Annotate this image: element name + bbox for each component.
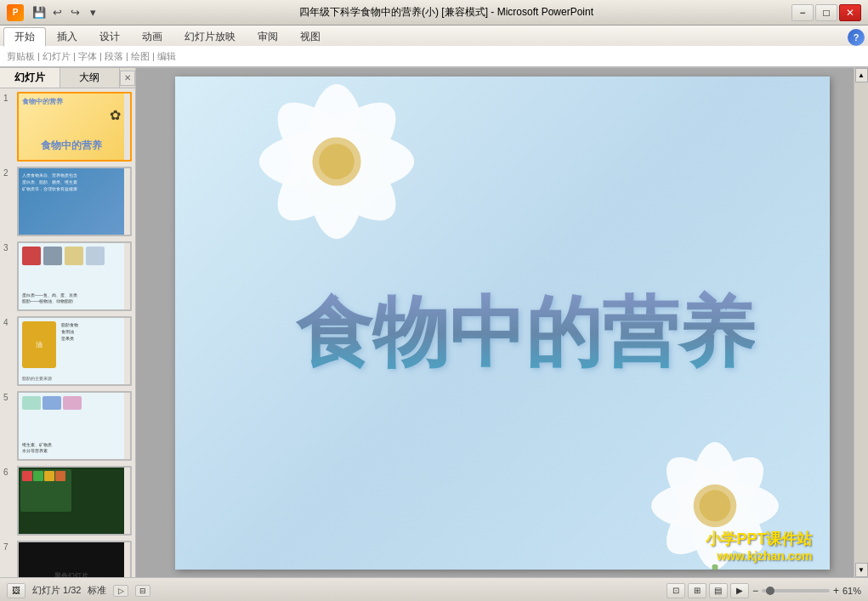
view-buttons: ⊡ ⊞ ▤ ▶ [667,583,749,598]
slide-thumb-1[interactable]: 1 食物中的营养 ✿ 食物中的营养 [3,92,132,162]
tab-animation[interactable]: 动画 [131,27,173,46]
flower-bottom-right [617,408,813,570]
tab-insert[interactable]: 插入 [46,27,88,46]
vertical-scrollbar[interactable]: ▲ ▼ [854,68,868,577]
zoom-slider[interactable] [762,589,830,592]
ribbon: 开始 插入 设计 动画 幻灯片放映 审阅 视图 ? 剪贴板 | 幻灯片 | 字体… [0,26,868,68]
scroll-up-button[interactable]: ▲ [855,68,868,82]
reading-view-button[interactable]: ▤ [709,583,728,598]
slide-1[interactable]: 食物中的营养 ✿ 食物中的营养 [17,92,132,162]
sidebar-close-button[interactable]: ✕ [120,71,135,86]
window-controls: − □ ✕ [791,4,861,21]
slideshow-button[interactable]: ▶ [730,583,749,598]
zoom-out-icon[interactable]: − [752,585,758,597]
slide-4[interactable]: 油 脂肪食物食用油坚果类 脂肪的主要来源 [17,316,132,386]
slide-2[interactable]: 人类食物来自、营养物质包含 蛋白质、脂肪、糖类、维生素 矿物质等，合理饮食有益健… [17,167,132,236]
undo-button[interactable]: ↩ [48,4,65,21]
tab-slides[interactable]: 幻灯片 [0,68,60,88]
slide-thumb-7[interactable]: 7 黑色幻灯片 [3,541,132,577]
tab-design[interactable]: 设计 [88,27,131,46]
normal-view-button[interactable]: ⊡ [667,583,685,598]
view-btn[interactable]: ⊟ [135,585,150,597]
zoom-in-icon[interactable]: + [833,585,839,597]
maximize-button[interactable]: □ [815,4,837,21]
tab-start[interactable]: 开始 [3,27,46,47]
titlebar: P 💾 ↩ ↪ ▾ 四年级下科学食物中的营养(小) [兼容模式] - Micro… [0,0,868,26]
scroll-track[interactable] [855,82,868,563]
zoom-thumb [766,587,774,595]
slide-sorter-button[interactable]: ⊞ [688,583,706,598]
statusbar-left: 🖼 幻灯片 1/32 标准 ▷ ⊟ [7,583,150,598]
zoom-control: − + 61% [752,585,861,597]
zoom-level: 61% [842,586,861,596]
window-title: 四年级下科学食物中的营养(小) [兼容模式] - Microsoft Power… [101,5,791,20]
slide-thumb-3[interactable]: 3 蛋白质——鱼、肉、蛋、豆类 脂肪——植物油、动物脂肪 [3,241,132,311]
scroll-down-button[interactable]: ▼ [855,563,868,577]
slide-6[interactable] [17,466,132,536]
slide-thumb-2[interactable]: 2 人类食物来自、营养物质包含 蛋白质、脂肪、糖类、维生素 矿物质等，合理饮食有… [3,167,132,236]
sidebar: 幻灯片 大纲 ✕ 1 食物中的营养 ✿ 食物中的营养 2 [0,68,136,577]
svg-point-19 [699,490,730,521]
theme-label: 标准 [88,584,106,597]
tab-view[interactable]: 视图 [289,27,332,46]
slide-thumb-5[interactable]: 5 维生素、矿物质水分等营养素 [3,391,132,461]
slide-thumb-6[interactable]: 6 [3,466,132,536]
tab-outline[interactable]: 大纲 [60,68,121,88]
main-slide[interactable]: 食物中的营养 小学PPT课件站 www.kjzhan.com [175,77,830,570]
slide-main-title: 食物中的营养 [296,281,755,385]
slides-panel[interactable]: 1 食物中的营养 ✿ 食物中的营养 2 人类食物来自、营养物质包含 [0,88,135,577]
close-button[interactable]: ✕ [839,4,861,21]
content-area: 食物中的营养 小学PPT课件站 www.kjzhan.com ▲ ▼ [136,68,868,577]
slide-3[interactable]: 蛋白质——鱼、肉、蛋、豆类 脂肪——植物油、动物脂肪 [17,241,132,311]
flower-top-left [226,77,447,272]
app-icon: P [7,4,24,21]
slide-info: 幻灯片 1/32 [32,584,81,597]
slide-icon: 🖼 [7,583,26,598]
slide-7[interactable]: 黑色幻灯片 [17,541,132,577]
customize-qat-button[interactable]: ▾ [84,4,101,21]
quick-access-toolbar: 💾 ↩ ↪ ▾ [31,4,101,21]
save-button[interactable]: 💾 [31,4,48,21]
redo-button[interactable]: ↪ [66,4,83,21]
tab-review[interactable]: 审阅 [247,27,289,46]
sidebar-tabs-row: 幻灯片 大纲 ✕ [0,68,135,88]
statusbar-right: ⊡ ⊞ ▤ ▶ − + 61% [667,583,861,598]
statusbar: 🖼 幻灯片 1/32 标准 ▷ ⊟ ⊡ ⊞ ▤ ▶ − + 61% [0,577,868,601]
svg-rect-20 [712,564,718,570]
slide-thumb-4[interactable]: 4 油 脂肪食物食用油坚果类 脂肪的主要来源 [3,316,132,386]
titlebar-left: P 💾 ↩ ↪ ▾ [7,4,101,21]
ribbon-tabs-row: 开始 插入 设计 动画 幻灯片放映 审阅 视图 ? [0,26,868,46]
ribbon-body: 剪贴板 | 幻灯片 | 字体 | 段落 | 绘图 | 编辑 [0,46,868,66]
main-area: 幻灯片 大纲 ✕ 1 食物中的营养 ✿ 食物中的营养 2 [0,68,868,577]
svg-point-9 [319,144,355,179]
slide-5[interactable]: 维生素、矿物质水分等营养素 [17,391,132,461]
minimize-button[interactable]: − [791,4,814,21]
tab-slideshow[interactable]: 幻灯片放映 [173,27,247,46]
help-button[interactable]: ? [848,29,865,46]
zoom-fit-button[interactable]: ▷ [113,585,128,597]
